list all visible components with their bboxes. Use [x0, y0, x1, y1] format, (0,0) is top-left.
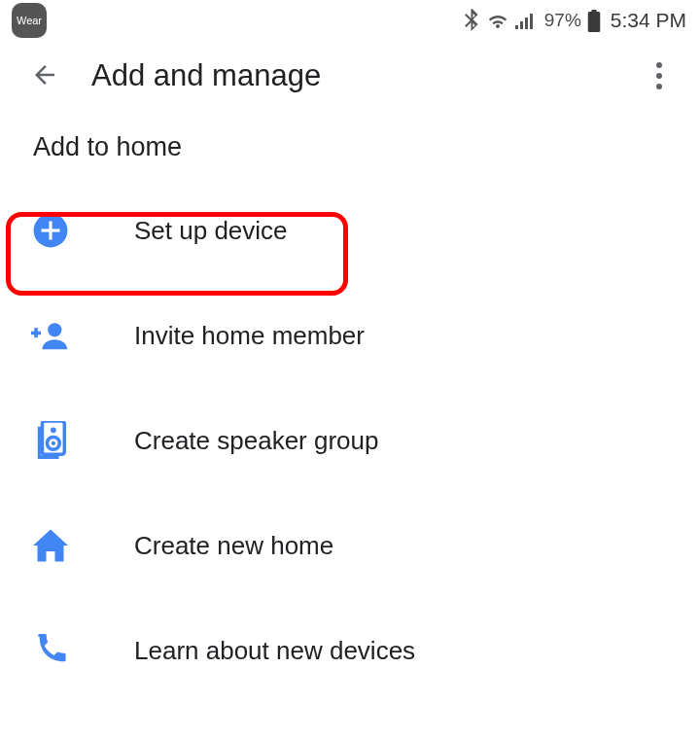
list-item-label: Learn about new devices	[134, 636, 415, 666]
list-item-set-up-device[interactable]: Set up device	[0, 178, 700, 283]
bluetooth-icon	[464, 9, 480, 32]
phone-icon	[29, 629, 72, 672]
plus-circle-icon	[29, 209, 72, 252]
list-item-label: Invite home member	[134, 321, 365, 351]
clock: 5:34 PM	[611, 9, 686, 32]
list-item-label: Set up device	[134, 216, 288, 246]
list-item-label: Create speaker group	[134, 426, 378, 456]
svg-rect-8	[42, 229, 60, 231]
svg-rect-4	[588, 12, 601, 32]
overflow-menu-button[interactable]	[638, 54, 681, 97]
list-item-create-home[interactable]: Create new home	[0, 493, 700, 598]
more-vert-icon	[656, 62, 662, 68]
menu-list: Set up device Invite home member Create …	[0, 172, 700, 703]
svg-point-9	[48, 323, 61, 336]
section-header: Add to home	[0, 111, 700, 172]
list-item-label: Create new home	[134, 531, 333, 561]
list-item-invite-member[interactable]: Invite home member	[0, 283, 700, 388]
battery-icon	[587, 10, 601, 32]
svg-point-13	[51, 427, 56, 433]
svg-rect-11	[34, 328, 38, 337]
svg-rect-5	[591, 10, 596, 13]
app-bar: Add and manage	[0, 41, 700, 111]
svg-rect-2	[525, 18, 528, 29]
status-bar: Wear 97% 5:34 PM	[0, 0, 700, 41]
back-button[interactable]	[23, 54, 66, 97]
signal-icon	[515, 11, 537, 30]
svg-rect-1	[520, 21, 523, 29]
list-item-speaker-group[interactable]: Create speaker group	[0, 388, 700, 493]
battery-percentage: 97%	[544, 10, 581, 31]
list-item-learn-devices[interactable]: Learn about new devices	[0, 598, 700, 703]
page-title: Add and manage	[91, 58, 321, 93]
arrow-left-icon	[30, 60, 59, 92]
app-badge: Wear	[12, 3, 47, 38]
add-person-icon	[29, 314, 72, 357]
home-icon	[29, 524, 72, 567]
svg-point-15	[52, 441, 55, 445]
wifi-icon	[486, 11, 509, 30]
svg-rect-3	[530, 14, 533, 29]
svg-rect-0	[515, 25, 518, 29]
speaker-group-icon	[29, 419, 72, 462]
